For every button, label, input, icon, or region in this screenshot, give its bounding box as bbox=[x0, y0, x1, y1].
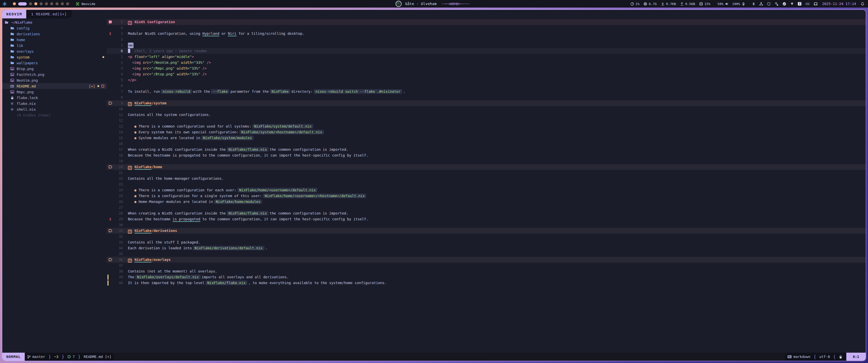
workspace-6[interactable] bbox=[45, 2, 48, 5]
editor-line[interactable]: 10 bbox=[107, 106, 866, 112]
tree-item-flake.lock[interactable]: flake.lock bbox=[2, 95, 107, 101]
editor-line[interactable]: 4 <img src="/Btop.png" width="33%" /> bbox=[107, 71, 866, 77]
speaker-level[interactable]: 50% bbox=[717, 2, 728, 6]
tree-empty-line: ~ bbox=[50, 118, 53, 122]
git-branch[interactable]: master bbox=[25, 353, 48, 361]
tree-item-derivations[interactable]: derivations bbox=[2, 31, 107, 37]
tree-item-home[interactable]: home bbox=[2, 37, 107, 43]
tree-item-shell.nix[interactable]: shell.nix bbox=[2, 106, 107, 112]
tree-item-overlays[interactable]: overlays bbox=[2, 48, 107, 54]
editor-line[interactable]: 11Contains all the system configurations… bbox=[107, 112, 866, 118]
editor-line[interactable]: 4 bbox=[107, 25, 866, 31]
editor-line[interactable]: I3Modular NixOS configuration, using Hyp… bbox=[107, 31, 866, 37]
triangle-icon[interactable] bbox=[790, 2, 794, 6]
line-text bbox=[123, 205, 128, 210]
workspace-7[interactable] bbox=[50, 2, 53, 5]
workspace-9[interactable] bbox=[61, 2, 64, 5]
editor-line[interactable]: 8 bbox=[107, 95, 866, 100]
line-text: ● There is a common configuration used f… bbox=[123, 124, 314, 129]
editor-line[interactable]: 6 bbox=[107, 83, 866, 89]
tree-item--8-hidden-items-[interactable]: (8 hidden items) bbox=[2, 112, 107, 118]
line-text: ● Home-Manager modules are located inNix… bbox=[123, 199, 263, 205]
workspace-3[interactable] bbox=[29, 2, 32, 5]
mic-level[interactable]: 100% bbox=[732, 2, 745, 6]
tree-item-wallpapers[interactable]: wallpapers bbox=[2, 60, 107, 66]
hub-icon[interactable] bbox=[759, 2, 763, 6]
tab-workspace[interactable]: NEOVIM bbox=[2, 10, 26, 19]
editor-line[interactable]: 202NixFlake/home bbox=[107, 164, 866, 170]
terminal-icon[interactable] bbox=[814, 2, 817, 6]
editor-line[interactable]: 21 bbox=[107, 170, 866, 176]
editor-line[interactable]: 2 <img src="/NeoVim.png" width="33%" /> bbox=[107, 60, 866, 66]
diagnostics-info[interactable]: 7 bbox=[65, 353, 77, 361]
editor-line[interactable]: 18Because the hostname is propagated to … bbox=[107, 153, 866, 158]
editor-line[interactable]: 30 bbox=[107, 222, 866, 228]
music-widget[interactable]: Gåte - Ulveham bbox=[396, 1, 470, 7]
workspace-4[interactable] bbox=[34, 2, 37, 5]
editor-line[interactable]: I29Because the hostname is propagated to… bbox=[107, 216, 866, 222]
audio-levels[interactable]: 50%100% bbox=[717, 2, 745, 6]
tree-item-fastfetch.png[interactable]: FastFetch.png bbox=[2, 72, 107, 77]
editor-line[interactable]: 24 ● There is a common configuration for… bbox=[107, 187, 866, 193]
editor-line[interactable]: 17When creating a NixOS configuration in… bbox=[107, 147, 866, 153]
bluetooth-icon[interactable] bbox=[752, 2, 755, 6]
tree-item-rmpc.png[interactable]: Rmpc.png bbox=[2, 89, 107, 95]
workspace-1[interactable] bbox=[13, 2, 16, 5]
editor-line[interactable]: 25 ● There is a configuration for a sing… bbox=[107, 193, 866, 199]
keyboard-icon[interactable] bbox=[805, 2, 810, 6]
editor-line[interactable]: 1<p float="left" align="middle"> bbox=[107, 54, 866, 60]
editor-line[interactable]: 32 bbox=[107, 234, 866, 239]
editor-line[interactable]: 35 bbox=[107, 251, 866, 257]
editor-line[interactable]: 37 bbox=[107, 263, 866, 268]
shield-icon[interactable] bbox=[767, 2, 771, 6]
bell-icon[interactable] bbox=[861, 2, 865, 6]
editor-line[interactable]: 92NixFlake/system bbox=[107, 100, 866, 106]
editor-line[interactable]: 26 ● Home-Manager modules are located in… bbox=[107, 199, 866, 205]
tree-item--nixflake[interactable]: ~/NixFlake bbox=[2, 20, 107, 25]
editor-line[interactable]: 6 ChUrl, 2 years ago - Update readme bbox=[107, 48, 866, 54]
stat-disk-value: 15% bbox=[705, 2, 710, 6]
editor-line[interactable]: 16 bbox=[107, 141, 866, 147]
editor-line[interactable]: 1PNG bbox=[107, 42, 866, 48]
editor-line[interactable]: 3 <img src="/Rmpc.png" width="33%" /> bbox=[107, 66, 866, 71]
editor-line[interactable]: 362NixFlake/overlays bbox=[107, 257, 866, 263]
editor-line[interactable]: 2 bbox=[107, 37, 866, 42]
editor-line[interactable]: 5</p> bbox=[107, 77, 866, 83]
editor-line[interactable]: 40It is then imported by the top-levelNi… bbox=[107, 280, 866, 286]
tree-item-neovim.png[interactable]: NeoVim.png bbox=[2, 77, 107, 83]
editor-line[interactable]: 15 ● System modules are located inNixFla… bbox=[107, 135, 866, 141]
tree-item-lib[interactable]: lib bbox=[2, 43, 107, 48]
editor-line[interactable]: 23 bbox=[107, 182, 866, 187]
editor-line[interactable]: 12 bbox=[107, 118, 866, 124]
editor-line[interactable]: 28When creating a NixOS configuration in… bbox=[107, 210, 866, 216]
z-app-icon[interactable]: Z bbox=[798, 2, 801, 5]
keylock-icon[interactable] bbox=[775, 2, 778, 6]
editor-line[interactable]: 38Contains (not at the moment) all overl… bbox=[107, 268, 866, 274]
editor-line[interactable]: 312NixFlake/derivations bbox=[107, 228, 866, 234]
editor-line[interactable]: 39TheNixFlake/overlays/default.niximport… bbox=[107, 274, 866, 280]
editor-line[interactable]: 51NixOS Configuration bbox=[107, 19, 866, 25]
tree-item-config[interactable]: config bbox=[2, 25, 107, 31]
workspace-5[interactable] bbox=[40, 2, 43, 5]
tree-item-label: flake.nix bbox=[17, 102, 36, 106]
editor-line[interactable]: 34Each derivation is loaded intoNixFlake… bbox=[107, 245, 866, 251]
editor-line[interactable]: 27 bbox=[107, 205, 866, 210]
editor-line[interactable]: 7To install, runnixos-rebuildwith the--f… bbox=[107, 89, 866, 95]
editor-line[interactable]: 33Contains all the stuff I packaged. bbox=[107, 239, 866, 245]
editor-line[interactable]: 14 ● Every system has its own special co… bbox=[107, 129, 866, 135]
editor-line[interactable]: 13 ● There is a common configuration use… bbox=[107, 124, 866, 129]
workspace-8[interactable] bbox=[56, 2, 59, 5]
line-text: Because the hostname is propagated to th… bbox=[123, 216, 368, 222]
tree-item-btop.png[interactable]: Btop.png bbox=[2, 66, 107, 72]
workspace-2-active[interactable] bbox=[18, 2, 27, 5]
nixos-logo-icon[interactable] bbox=[2, 2, 7, 6]
editor-line[interactable]: 22Contains all the home-manager configur… bbox=[107, 176, 866, 182]
workspace-10[interactable] bbox=[66, 2, 69, 5]
line-text bbox=[123, 263, 128, 268]
tree-item-flake.nix[interactable]: flake.nix bbox=[2, 101, 107, 106]
tab-buffer-readme[interactable]: 1 README.md[1+] bbox=[26, 10, 72, 19]
check-icon[interactable] bbox=[782, 2, 786, 6]
editor-line[interactable]: 19 bbox=[107, 158, 866, 164]
tree-item-system[interactable]: system bbox=[2, 54, 107, 60]
tree-item-readme.md[interactable]: README.md[+] bbox=[2, 83, 107, 89]
